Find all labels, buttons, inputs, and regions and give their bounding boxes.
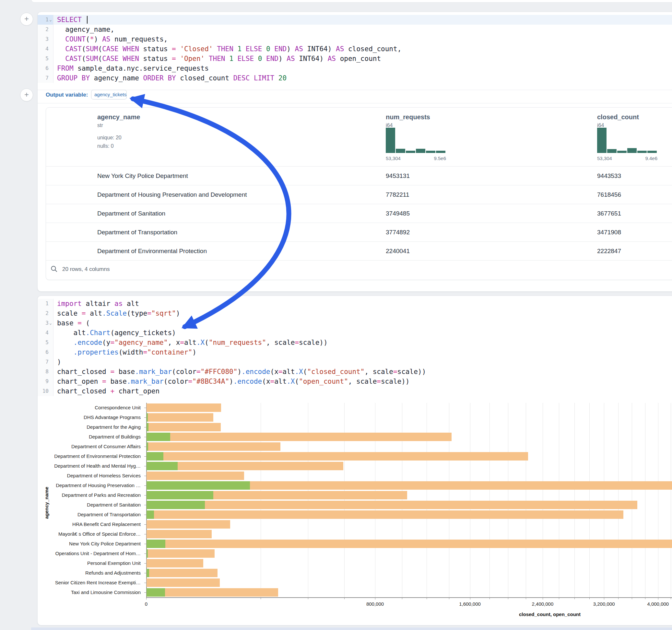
code-token: SUM: [86, 55, 98, 63]
code-token: (x: [262, 378, 270, 385]
code-token: closed_count: [176, 74, 233, 82]
code-token: (width: [119, 348, 143, 356]
table-row[interactable]: New York City Police Department945313194…: [46, 166, 672, 185]
fold-chevron-icon[interactable]: ⌄: [49, 15, 52, 25]
code-token: SUM: [86, 45, 98, 53]
column-header-num_requests[interactable]: num_requests: [386, 114, 430, 121]
column-header-agency_name[interactable]: agency_name: [97, 114, 140, 121]
table-row[interactable]: Department of Sanitation37494853677651: [46, 204, 672, 223]
bar-open-count: [146, 588, 165, 597]
add-cell-button-output[interactable]: +: [20, 89, 33, 101]
code-token: END: [266, 55, 279, 63]
table-cell: 2240041: [386, 242, 410, 261]
code-line-text: COUNT(*) AS num_requests,: [57, 34, 168, 44]
code-token: [176, 45, 180, 53]
y-tick: [144, 456, 146, 457]
bar-closed-count: [146, 559, 203, 568]
python-code-editor[interactable]: 1import altair as alt2scale = alt.Scale(…: [38, 299, 672, 397]
code-token: scale)): [398, 368, 426, 375]
y-category-label: Department of Buildings: [47, 434, 141, 439]
code-token: [241, 45, 246, 53]
code-token: status: [139, 45, 172, 53]
table-cell: Department of Housing Preservation and D…: [97, 185, 247, 204]
code-token: [270, 45, 274, 53]
column-type: str: [97, 122, 103, 128]
column-header-closed_count[interactable]: closed_count: [597, 114, 639, 121]
code-token: closed_count,: [344, 45, 401, 53]
bar-open-count: [146, 462, 178, 470]
table-row[interactable]: Department of Transportation377489234719…: [46, 223, 672, 242]
table-cell: 3774892: [386, 223, 410, 242]
code-token: .encode: [74, 339, 102, 346]
code-token: CAST: [65, 55, 82, 63]
code-token: .properties: [74, 348, 119, 356]
bar-closed-count: [146, 423, 221, 432]
code-token: 0: [258, 55, 262, 63]
bar-open-count: [146, 481, 250, 490]
code-line: 2scale = alt.Scale(type="sqrt"): [38, 309, 672, 318]
code-token: [57, 45, 65, 53]
code-token: scale: [57, 310, 82, 317]
chart-gridline: [543, 403, 543, 597]
chart-gridline: [574, 403, 575, 597]
y-tick: [144, 476, 146, 476]
code-token: [274, 74, 279, 82]
histogram-min-label: 53,304: [386, 155, 401, 161]
code-token: =: [377, 378, 381, 385]
chart-gridline: [427, 403, 427, 597]
code-token: , scale: [364, 368, 393, 375]
bar-open-count: [146, 491, 213, 500]
altair-chart: 0800,0001,600,0002,400,0003,200,0004,000…: [38, 399, 672, 625]
y-category-label: Department of Health and Mental Hyg…: [47, 463, 141, 468]
output-variable-chip[interactable]: agency_tickets: [91, 90, 127, 99]
table-cell: 2222847: [597, 242, 621, 261]
code-token: GROUP BY: [57, 74, 90, 82]
code-token: =: [110, 339, 115, 346]
code-token: alt: [282, 368, 295, 375]
table-row[interactable]: Department of Environmental Protection22…: [46, 241, 672, 261]
fold-chevron-icon[interactable]: ⌄: [49, 318, 52, 328]
table-cell: 3677651: [597, 204, 621, 223]
code-line-text: CAST(SUM(CASE WHEN status = 'Open' THEN …: [57, 54, 381, 64]
code-token: "closed_count": [307, 368, 364, 375]
y-category-label: Department for the Aging: [47, 424, 141, 430]
chart-gridline: [508, 403, 508, 597]
bar-closed-count: [146, 520, 230, 529]
add-cell-button-top[interactable]: +: [20, 13, 33, 26]
bar-open-count: [146, 569, 149, 578]
code-token: INT64): [303, 45, 336, 53]
y-tick: [144, 592, 146, 593]
chart-major-tick: [604, 597, 604, 600]
table-search-icon[interactable]: [51, 265, 58, 272]
code-line-text: FROM sample_data.nyc.service_requests: [57, 64, 209, 73]
sql-code-editor[interactable]: 1⌄SELECT 2 agency_name,3 COUNT(*) AS num…: [38, 15, 672, 85]
code-line: 4 alt.Chart(agency_tickets): [38, 328, 672, 338]
code-line: 7): [38, 357, 672, 367]
code-token: "open_count": [299, 378, 348, 385]
code-token: scale)): [381, 378, 410, 385]
code-token: 1: [229, 55, 233, 63]
code-token: ORDER BY: [143, 74, 176, 82]
bar-closed-count: [146, 433, 452, 441]
line-number: 1: [38, 299, 53, 309]
code-token: .mark_bar: [127, 378, 164, 385]
code-token: (agency_tickets): [110, 329, 176, 337]
y-axis-title: agency_name: [44, 487, 49, 519]
code-token: "#FFC080": [201, 368, 238, 375]
bar-closed-count: [146, 452, 528, 461]
x-tick-label: 4,000,000: [647, 601, 669, 607]
chart-gridline: [261, 403, 261, 597]
bar-open-count: [146, 539, 165, 548]
y-tick: [144, 505, 146, 505]
code-token: chart_open: [115, 387, 160, 395]
code-token: =: [77, 319, 82, 327]
code-token: alt: [274, 378, 287, 385]
table-row[interactable]: Department of Housing Preservation and D…: [46, 185, 672, 204]
bar-closed-count: [146, 510, 623, 519]
code-token: ): [237, 368, 241, 375]
line-number: 4: [38, 44, 53, 54]
y-category-label: Mayorâ€ s Office of Special Enforce…: [47, 531, 141, 537]
code-token: base: [57, 319, 77, 327]
bar-closed-count: [146, 588, 278, 597]
chart-major-tick: [470, 597, 471, 600]
